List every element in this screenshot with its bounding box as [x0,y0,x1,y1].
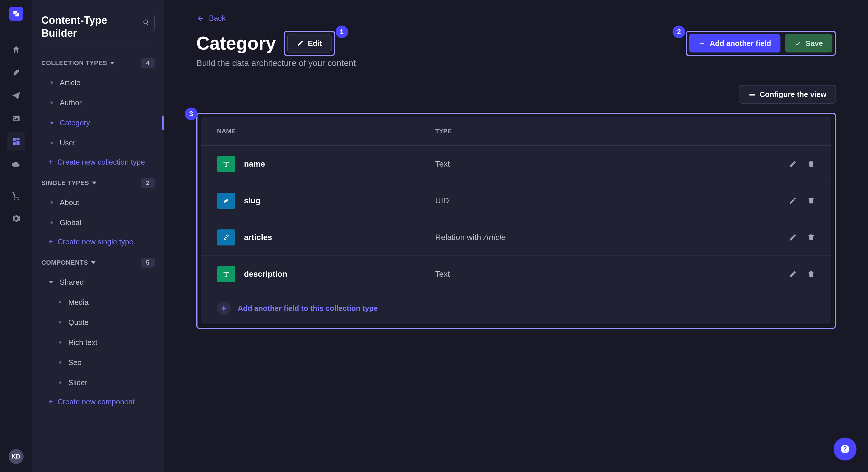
sidebar-item-author[interactable]: Author [32,93,164,113]
tour-badge-1: 1 [336,26,348,38]
trash-icon[interactable] [807,197,815,205]
edit-icon[interactable] [789,270,797,278]
nav-home[interactable] [7,40,25,59]
sidebar-folder-shared[interactable]: Shared [32,272,164,292]
add-field-button[interactable]: Add another field [689,34,780,53]
help-fab[interactable] [834,438,857,461]
trash-icon[interactable] [807,233,815,241]
home-icon [11,45,21,54]
count-badge: 4 [141,58,155,68]
plus-circle-icon: + [217,301,231,315]
edit-button[interactable]: Edit [287,34,331,53]
sliders-icon [749,91,755,98]
back-label: Back [209,14,226,23]
chevron-down-icon [110,62,115,65]
plus-icon: + [49,158,53,166]
edit-icon[interactable] [789,160,797,168]
sidebar-divider [41,47,155,48]
sidebar-item-media[interactable]: Media [32,292,164,312]
configure-label: Configure the view [760,90,826,99]
configure-view-button[interactable]: Configure the view [739,85,836,103]
layout-icon [11,137,21,146]
nav-send[interactable] [7,86,25,105]
avatar[interactable]: KD [9,449,24,464]
nav-divider [9,32,23,32]
table-row: description Text [201,256,831,292]
count-badge: 5 [141,258,155,268]
sidebar-item-slider[interactable]: Slider [32,372,164,393]
search-button[interactable] [138,14,155,31]
field-type: UID [435,196,789,205]
page-subtitle: Build the data architecture of your cont… [196,58,836,68]
add-field-label: Add another field [710,39,771,48]
chevron-down-icon [49,281,53,283]
field-name: description [217,266,435,282]
sidebar-item-about[interactable]: About [32,193,164,212]
save-label: Save [805,39,823,48]
nav-content[interactable] [7,63,25,82]
table-row: articles Relation with Article [201,219,831,256]
sidebar-item-seo[interactable]: Seo [32,352,164,372]
section-single-types[interactable]: Single Types 2 [32,176,164,190]
section-label: Collection Types [41,59,107,67]
table-row: name Text [201,145,831,182]
gear-icon [11,214,21,223]
fields-table: Name Type name Text slug UID articles Re… [201,117,831,324]
main-nav: KD [0,0,32,472]
arrow-left-icon [196,14,205,22]
field-type-icon [217,156,236,172]
nav-settings[interactable] [7,209,25,228]
chevron-down-icon [91,261,96,264]
table-row: slug UID [201,182,831,219]
image-icon [11,114,21,123]
trash-icon[interactable] [807,160,815,168]
th-name: Name [217,128,435,135]
section-components[interactable]: Components 5 [32,256,164,270]
field-name: slug [217,193,435,209]
section-collection-types[interactable]: Collection Types 4 [32,56,164,70]
logo[interactable] [9,7,23,21]
create-component[interactable]: +Create new component [32,393,164,411]
section-label: Components [41,259,88,266]
tour-badge-3: 3 [185,107,197,120]
search-icon [143,19,150,26]
section-label: Single Types [41,179,89,187]
sidebar-item-category[interactable]: Category [32,113,164,133]
feather-icon [11,68,21,77]
check-icon [795,40,801,47]
question-icon [840,444,850,454]
field-type: Relation with Article [435,233,789,242]
create-collection-type[interactable]: +Create new collection type [32,153,164,171]
sidebar: Content-Type Builder Collection Types 4 … [32,0,164,472]
plus-icon: + [49,238,53,246]
strapi-icon [12,10,20,18]
edit-icon[interactable] [789,233,797,241]
back-link[interactable]: Back [196,14,226,23]
save-button[interactable]: Save [785,34,832,53]
field-type: Text [435,160,789,169]
paper-plane-icon [11,91,21,100]
sidebar-item-rich-text[interactable]: Rich text [32,332,164,352]
cloud-icon [11,160,21,169]
field-name: articles [217,229,435,245]
edit-label: Edit [308,39,322,48]
main: Back Category 1 Edit 2 Add another field [164,0,868,472]
sidebar-item-user[interactable]: User [32,133,164,153]
create-single-type[interactable]: +Create new single type [32,233,164,251]
tour-badge-2: 2 [673,26,685,38]
add-field-row-label: Add another field to this collection typ… [238,304,378,313]
count-badge: 2 [141,178,155,188]
sidebar-item-global[interactable]: Global [32,212,164,233]
field-type: Text [435,270,789,279]
plus-icon [699,40,706,47]
nav-cloud[interactable] [7,155,25,173]
sidebar-item-quote[interactable]: Quote [32,312,164,332]
add-field-row[interactable]: + Add another field to this collection t… [201,292,831,324]
trash-icon[interactable] [807,270,815,278]
field-type-icon [217,266,236,282]
nav-builder[interactable] [7,132,25,150]
nav-media[interactable] [7,109,25,128]
edit-icon[interactable] [789,197,797,205]
sidebar-item-article[interactable]: Article [32,72,164,93]
nav-market[interactable] [7,187,25,205]
